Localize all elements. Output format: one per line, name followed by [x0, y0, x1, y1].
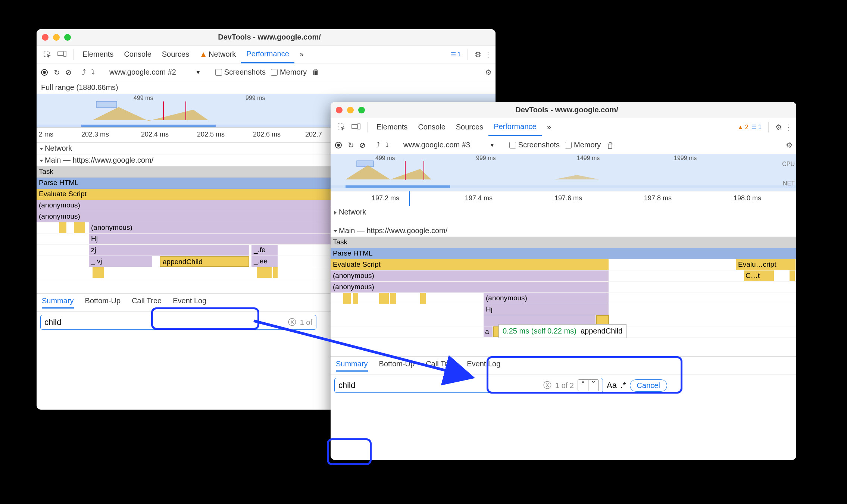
- perf-toolbar: ↻ ⊘ ⤴ ⤵ www.google.com #3▼ Screenshots M…: [331, 136, 796, 154]
- tabs-more[interactable]: »: [542, 118, 556, 136]
- svg-point-15: [337, 144, 340, 147]
- tooltip-self-time: (self 0.22 ms): [531, 327, 576, 335]
- annotation-highlight: [327, 438, 372, 465]
- kebab-icon[interactable]: ⋮: [484, 50, 492, 59]
- svg-rect-13: [358, 124, 360, 129]
- track-network[interactable]: Network: [331, 206, 796, 218]
- inspect-icon[interactable]: [337, 123, 346, 131]
- flame-fn[interactable]: C…t: [744, 270, 774, 281]
- tab-elements[interactable]: Elements: [77, 46, 119, 63]
- messages-badge[interactable]: ☰ 1: [451, 51, 461, 58]
- record-icon[interactable]: [334, 141, 343, 149]
- ruler-tick: 2 ms: [39, 131, 53, 138]
- memory-checkbox[interactable]: Memory: [271, 68, 307, 76]
- kebab-icon[interactable]: ⋮: [785, 123, 793, 132]
- inspect-icon[interactable]: [43, 50, 51, 59]
- svg-marker-18: [346, 165, 431, 179]
- upload-icon[interactable]: ⤴: [82, 68, 86, 76]
- tab-performance[interactable]: Performance: [241, 46, 294, 63]
- warnings-badge[interactable]: ▲ 2: [737, 124, 748, 131]
- ruler-tick: 197.4 ms: [465, 194, 493, 202]
- close-icon[interactable]: [42, 34, 49, 41]
- gear-icon[interactable]: ⚙: [775, 123, 782, 132]
- flame-tooltip: 0.25 ms (self 0.22 ms) appendChild: [498, 324, 626, 338]
- upload-icon[interactable]: ⤴: [376, 141, 380, 149]
- flame-parse-html[interactable]: Parse HTML: [331, 248, 796, 259]
- collect-garbage-icon[interactable]: [606, 141, 614, 149]
- screenshots-checkbox[interactable]: Screenshots: [509, 141, 560, 149]
- messages-badge[interactable]: ☰ 1: [751, 123, 762, 131]
- download-icon[interactable]: ⤵: [91, 68, 95, 76]
- trash-icon[interactable]: 🗑: [312, 68, 319, 76]
- svg-rect-1: [58, 52, 63, 56]
- tabs-more[interactable]: »: [294, 46, 309, 63]
- svg-marker-19: [554, 175, 599, 179]
- tab-performance[interactable]: Performance: [488, 118, 542, 136]
- window-title: DevTools - www.google.com/: [49, 33, 490, 41]
- profile-select[interactable]: www.google.com #3▼: [399, 140, 499, 150]
- download-icon[interactable]: ⤵: [385, 141, 389, 149]
- svg-rect-17: [357, 161, 374, 167]
- ruler-tick: 197.2 ms: [372, 194, 399, 202]
- flame-task[interactable]: Task: [331, 237, 796, 248]
- svg-line-24: [254, 321, 470, 377]
- ruler-tick: 202.4 ms: [141, 131, 169, 138]
- devtools-tabbar: Elements Console Sources ▲Network Perfor…: [37, 46, 496, 63]
- devtools-tabbar: Elements Console Sources Performance » ▲…: [331, 118, 796, 136]
- flame-fn-fe[interactable]: _.fe: [251, 245, 278, 256]
- tab-sources[interactable]: Sources: [451, 118, 488, 136]
- flame-eval-script[interactable]: Evaluate Script: [331, 259, 609, 270]
- screenshots-checkbox[interactable]: Screenshots: [215, 68, 266, 76]
- tab-console[interactable]: Console: [413, 118, 450, 136]
- record-icon[interactable]: [40, 68, 49, 76]
- flame-appendchild[interactable]: appendChild: [160, 256, 249, 267]
- device-icon[interactable]: [351, 123, 360, 131]
- window-titlebar: DevTools - www.google.com/: [37, 29, 496, 46]
- ruler-tick: 202.5 ms: [197, 131, 225, 138]
- panel-tab-eventlog[interactable]: Event Log: [173, 297, 206, 309]
- ruler-tick: 202.3 ms: [81, 131, 109, 138]
- svg-point-4: [43, 71, 46, 74]
- tab-network[interactable]: ▲Network: [194, 46, 241, 63]
- panel-tab-summary[interactable]: Summary: [42, 297, 74, 309]
- flame-anonymous[interactable]: (anonymous): [331, 282, 609, 292]
- tab-sources[interactable]: Sources: [157, 46, 194, 63]
- gear-icon[interactable]: ⚙: [475, 50, 481, 59]
- flame-fn-vj[interactable]: _.vj: [89, 256, 152, 267]
- memory-checkbox[interactable]: Memory: [565, 141, 601, 149]
- panel-tab-calltree[interactable]: Call Tree: [132, 297, 162, 309]
- flame-anonymous[interactable]: (anonymous): [484, 293, 609, 304]
- timeline-overview[interactable]: 499 ms 999 ms 1499 ms 1999 ms CPU NET: [331, 154, 796, 191]
- flame-eval-script[interactable]: Evalu…cript: [736, 259, 796, 270]
- reload-icon[interactable]: ↻: [54, 68, 60, 77]
- tab-console[interactable]: Console: [119, 46, 156, 63]
- perf-settings-icon[interactable]: ⚙: [786, 141, 793, 150]
- tooltip-name: appendChild: [581, 327, 622, 335]
- reload-icon[interactable]: ↻: [348, 141, 354, 150]
- time-ruler[interactable]: 197.2 ms 197.4 ms 197.6 ms 197.8 ms 198.…: [331, 191, 796, 206]
- svg-rect-23: [346, 185, 450, 188]
- flame-fn-zj[interactable]: zj: [89, 245, 249, 256]
- perf-settings-icon[interactable]: ⚙: [485, 68, 492, 77]
- flame-fn-hj[interactable]: Hj: [484, 304, 609, 315]
- svg-rect-5: [96, 101, 117, 107]
- panel-tab-bottomup[interactable]: Bottom-Up: [85, 297, 121, 309]
- close-icon[interactable]: [336, 107, 343, 113]
- annotation-highlight: [487, 356, 682, 394]
- window-title: DevTools - www.google.com/: [343, 106, 791, 114]
- perf-toolbar: ↻ ⊘ ⤴ ⤵ www.google.com #2▼ Screenshots M…: [37, 63, 496, 81]
- clear-icon[interactable]: ⊘: [65, 68, 72, 77]
- svg-rect-2: [64, 51, 66, 56]
- profile-select[interactable]: www.google.com #2▼: [105, 67, 205, 78]
- track-main[interactable]: Main — https://www.google.com/: [331, 225, 796, 237]
- svg-rect-10: [81, 125, 216, 127]
- tab-elements[interactable]: Elements: [371, 118, 413, 136]
- svg-rect-16: [608, 144, 612, 148]
- ruler-tick: 202.7: [305, 131, 322, 138]
- tooltip-total-time: 0.25 ms: [503, 327, 529, 335]
- device-icon[interactable]: [57, 51, 66, 58]
- clear-icon[interactable]: ⊘: [359, 141, 366, 150]
- flame-anonymous[interactable]: (anonymous): [331, 270, 609, 281]
- svg-marker-6: [93, 107, 208, 121]
- flame-fn-ee[interactable]: _.ee: [251, 256, 278, 267]
